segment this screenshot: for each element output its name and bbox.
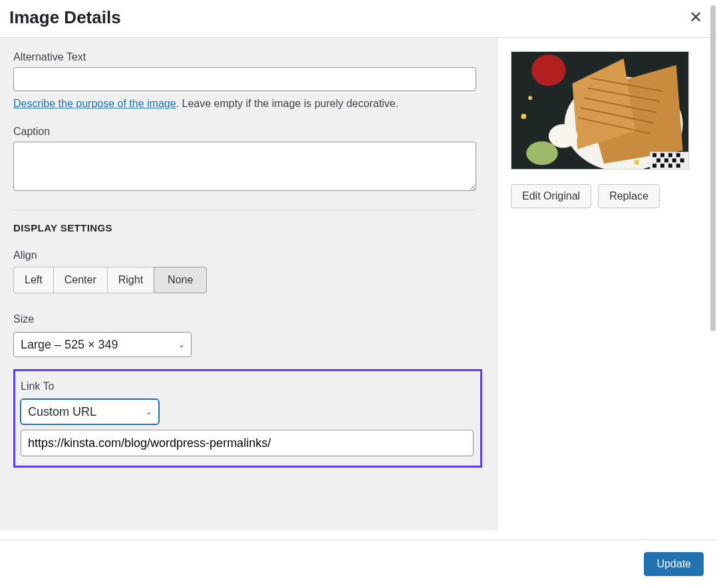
modal-title: Image Details [9,7,121,28]
size-select-wrap: Large – 525 × 349 ⌄ [13,332,192,357]
thumbnail-actions: Edit Original Replace [511,184,704,208]
size-label: Size [13,313,482,325]
svg-rect-19 [664,158,668,162]
thumbnail-icon [511,52,688,169]
modal-footer: Update [0,539,717,588]
alt-text-help: Describe the purpose of the image. Leave… [13,98,482,110]
display-settings-header: DISPLAY SETTINGS [13,222,482,233]
replace-button[interactable]: Replace [598,184,660,208]
svg-point-27 [634,160,639,165]
close-icon[interactable]: ✕ [685,7,706,28]
svg-rect-16 [668,153,672,157]
size-select[interactable]: Large – 525 × 349 [13,332,192,357]
section-divider [13,210,476,210]
modal-body: Alternative Text Describe the purpose of… [0,38,717,530]
alt-help-rest: . Leave empty if the image is purely dec… [176,98,398,109]
link-url-input[interactable] [21,430,474,456]
svg-rect-22 [652,164,656,168]
svg-point-9 [531,55,565,86]
align-left-button[interactable]: Left [13,267,54,293]
scrollbar[interactable] [710,5,716,331]
link-to-select[interactable]: Custom URL [21,399,159,424]
svg-rect-20 [672,158,676,162]
image-thumbnail [511,51,689,170]
align-button-group: Left Center Right None [13,267,207,293]
svg-rect-21 [680,158,684,162]
svg-point-26 [521,114,526,119]
link-to-select-wrap: Custom URL ⌄ [21,399,159,424]
link-to-highlight: Link To Custom URL ⌄ [13,369,482,468]
svg-point-10 [549,124,578,148]
align-label: Align [13,249,482,261]
edit-original-button[interactable]: Edit Original [511,184,591,208]
modal-header: Image Details ✕ [0,0,717,38]
update-button[interactable]: Update [644,552,704,576]
svg-rect-14 [652,153,656,157]
caption-label: Caption [13,126,482,138]
svg-point-11 [526,141,557,165]
svg-rect-17 [676,153,680,157]
align-center-button[interactable]: Center [53,267,108,293]
svg-rect-24 [668,164,672,168]
caption-input[interactable] [13,142,476,191]
svg-rect-18 [656,158,660,162]
preview-pane: Edit Original Replace [498,38,717,530]
alt-help-link[interactable]: Describe the purpose of the image [13,98,176,109]
align-right-button[interactable]: Right [107,267,154,293]
align-none-button[interactable]: None [154,267,207,293]
settings-pane: Alternative Text Describe the purpose of… [0,38,498,530]
svg-rect-15 [660,153,664,157]
svg-rect-23 [660,164,664,168]
alt-text-input[interactable] [13,67,476,91]
svg-point-28 [528,96,532,100]
link-to-label: Link To [21,380,474,392]
alt-text-label: Alternative Text [13,51,482,63]
svg-rect-25 [676,164,680,168]
